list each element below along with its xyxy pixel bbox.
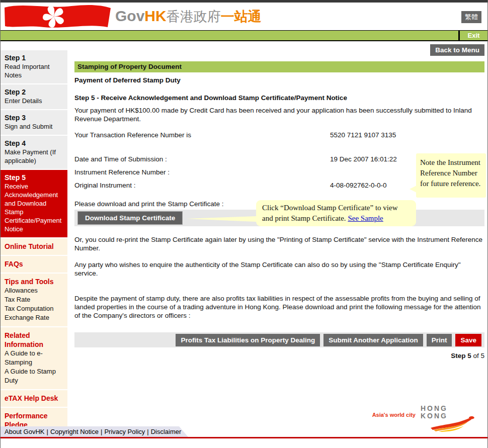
logo-gov-text: Gov (115, 8, 144, 24)
step-subtitle: Make Payment (If applicable) (5, 148, 65, 165)
step-title: Step 1 (5, 54, 65, 62)
action-button-band: Profits Tax Liabilities on Property Deal… (74, 332, 484, 347)
step-indicator-current: Step 5 (451, 352, 471, 360)
sidebar-step-5-active: Step 5 Receive Acknowledgement and Downl… (1, 170, 67, 237)
section-heading[interactable]: Online Tutorial (5, 242, 65, 251)
section-heading[interactable]: Tips and Tools (5, 277, 65, 286)
sidebar-item-etax-help-desk[interactable]: eTAX Help Desk (1, 390, 67, 407)
sidebar-link-guide-estamping[interactable]: A Guide to e-Stamping (5, 349, 65, 367)
transaction-reference-row: Your Transaction Reference Number is 552… (74, 131, 484, 139)
logo-hk-text: HK (144, 8, 166, 24)
step-title: Step 3 (5, 114, 65, 122)
sidebar-step-2: Step 2 Enter Details (1, 84, 67, 109)
sidebar-item-faqs[interactable]: FAQs (1, 256, 67, 273)
original-instrument-label: Original Instrument : (74, 182, 330, 195)
copyright-notice-link[interactable]: Copyright Notice (50, 428, 99, 435)
instrument-reference-note: Note the Instrument Reference Number for… (416, 153, 486, 198)
reprint-info-text: Or, you could re-print the Stamp Certifi… (74, 235, 484, 252)
brand-hongkong-logo: Asia's world city HONG KONG (372, 405, 475, 434)
header: GovHK香港政府一站通 繁體 (1, 3, 487, 30)
logo-cn-orange-text: 一站通 (221, 9, 262, 24)
instrument-reference-note-text: Note the Instrument Reference Number for… (420, 158, 480, 188)
govhk-logo: GovHK香港政府一站通 (115, 8, 262, 26)
brand-name-line1: HONG (421, 405, 448, 412)
profits-tax-info-text: Despite the payment of stamp duty, there… (74, 294, 484, 320)
footer-separator: | (101, 428, 102, 435)
logo-cn-gray-text: 香港政府 (167, 9, 221, 24)
sidebar-step-1: Step 1 Read Important Notes (1, 50, 67, 83)
sidebar-section-tips-and-tools: Tips and Tools Allowances Tax Rate Tax C… (1, 274, 67, 326)
instrument-reference-label: Instrument Reference Number : (74, 168, 330, 182)
step-subtitle: Receive Acknowledgement and Download Sta… (5, 182, 65, 233)
submission-date-label: Date and Time of Submission : (74, 155, 330, 168)
download-stamp-certificate-button[interactable]: Download Stamp Certificate (77, 211, 183, 225)
step-title: Step 4 (5, 139, 65, 148)
brand-tagline: Asia's world city (372, 412, 416, 418)
section-heading[interactable]: eTAX Help Desk (5, 394, 65, 403)
sidebar-link-exchange-rate[interactable]: Exchange Rate (5, 313, 65, 322)
footer-links-bar: About GovHK|Copyright Notice|Privacy Pol… (1, 426, 194, 437)
steps-sidebar: Step 1 Read Important Notes Step 2 Enter… (1, 41, 67, 426)
main-content: Back to Menu Stamping of Property Docume… (74, 41, 484, 426)
step-heading: Step 5 - Receive Acknowledgement and Dow… (74, 94, 484, 102)
note-tail (410, 186, 417, 193)
step-subtitle: Sign and Submit (5, 122, 65, 131)
hk-flag-icon (4, 4, 112, 31)
section-heading[interactable]: FAQs (5, 259, 65, 268)
print-button[interactable]: Print (427, 334, 452, 346)
sidebar-step-3: Step 3 Sign and Submit (1, 110, 67, 135)
payment-confirmation-text: Your payment of HK$100.00 made by Credit… (74, 106, 484, 123)
sidebar-item-online-tutorial[interactable]: Online Tutorial (1, 238, 67, 255)
sidebar-step-4: Step 4 Make Payment (If applicable) (1, 136, 67, 169)
profits-tax-liabilities-button[interactable]: Profits Tax Liabilities on Property Deal… (176, 334, 320, 346)
dragon-icon (429, 415, 475, 434)
disclaimer-link[interactable]: Disclaimer (151, 428, 182, 435)
green-nav-bar: Exit (1, 30, 487, 41)
section-heading[interactable]: Related Information (5, 331, 65, 349)
footer-separator: | (147, 428, 148, 435)
traditional-chinese-button[interactable]: 繁體 (461, 11, 481, 23)
about-govhk-link[interactable]: About GovHK (5, 428, 45, 435)
see-sample-link[interactable]: See Sample (348, 214, 383, 222)
page: GovHK香港政府一站通 繁體 Exit Step 1 Read Importa… (0, 0, 488, 448)
transaction-reference-value: 5520 7121 9107 3135 (330, 131, 484, 139)
page-subtitle: Payment of Deferred Stamp Duty (74, 76, 484, 84)
step-indicator-total: of 5 (471, 352, 484, 360)
privacy-policy-link[interactable]: Privacy Policy (104, 428, 145, 435)
step-subtitle: Read Important Notes (5, 62, 65, 79)
enquiry-info-text: Any party who wishes to enquire the auth… (74, 260, 484, 278)
sidebar-link-tax-computation[interactable]: Tax Computation (5, 304, 65, 313)
footer-separator: | (47, 428, 48, 435)
step-title: Step 5 (5, 173, 65, 182)
download-callout: Click “Download Stamp Certificate” to vi… (256, 200, 416, 226)
submit-another-application-button[interactable]: Submit Another Application (323, 334, 423, 346)
step-subtitle: Enter Details (5, 97, 65, 105)
exit-button[interactable]: Exit (458, 31, 487, 40)
sidebar-link-tax-rate[interactable]: Tax Rate (5, 295, 65, 304)
back-to-menu-button[interactable]: Back to Menu (430, 44, 484, 56)
step-indicator: Step 5 of 5 (74, 352, 484, 360)
sidebar-section-related-information: Related Information A Guide to e-Stampin… (1, 327, 67, 389)
sidebar-link-guide-stamp-duty[interactable]: A Guide to Stamp Duty (5, 367, 65, 385)
step-title: Step 2 (5, 88, 65, 97)
sidebar-link-allowances[interactable]: Allowances (5, 286, 65, 295)
save-button[interactable]: Save (455, 334, 481, 346)
page-title: Stamping of Property Document (74, 61, 484, 72)
callout-tail (186, 216, 256, 222)
footer-red-line (1, 437, 487, 438)
transaction-reference-label: Your Transaction Reference Number is (74, 131, 330, 139)
